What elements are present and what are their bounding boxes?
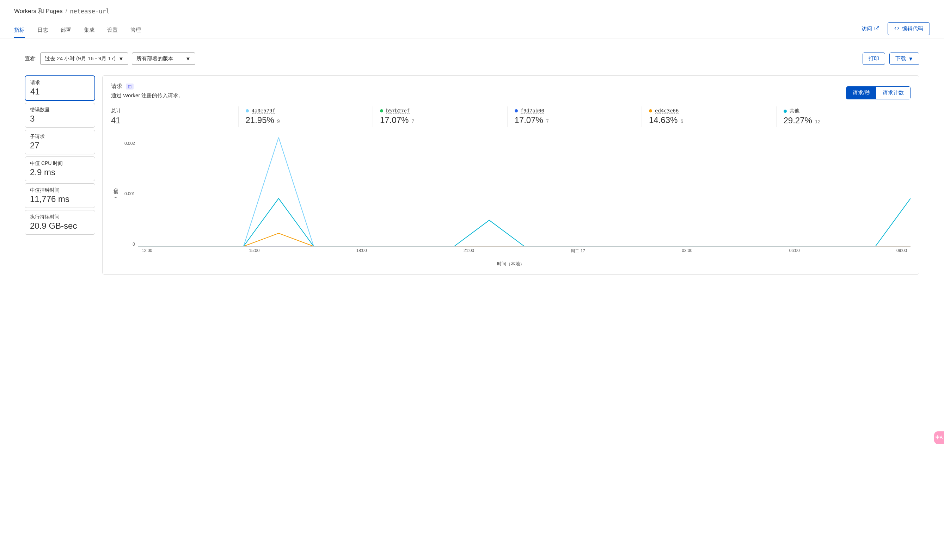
filter-label: 查看:	[25, 55, 37, 62]
metric-card-subrequests[interactable]: 子请求 27	[25, 130, 95, 154]
y-tick: 0	[122, 242, 135, 247]
stat-total: 总计 41	[111, 106, 239, 127]
external-link-icon	[874, 26, 879, 32]
breadcrumb-parent[interactable]: Workers 和 Pages	[14, 7, 63, 15]
metric-value: 3	[30, 114, 90, 124]
x-tick: 15:00	[249, 248, 259, 254]
sidebar-metrics: 请求 41 错误数量 3 子请求 27 中值 CPU 时间 2.9 ms 中值挂…	[25, 75, 95, 275]
metric-value: 2.9 ms	[30, 168, 90, 177]
series-pct: 17.07%	[380, 115, 408, 125]
series-dot-icon	[649, 109, 652, 112]
x-tick: 12:00	[142, 248, 152, 254]
series-count: 7	[546, 118, 549, 124]
tab-metrics[interactable]: 指标	[14, 23, 25, 38]
metric-label: 子请求	[30, 134, 90, 140]
chart-area: 请求/秒 0.002 0.001 0 12:00 15:00 18:00 21:…	[111, 137, 910, 257]
series-name[interactable]: 4a0e579f	[252, 108, 275, 114]
chart-toggle: 请求/秒 请求计数	[846, 86, 910, 99]
time-range-value: 过去 24 小时 (9月 16 - 9月 17)	[45, 55, 115, 62]
chevron-down-icon: ▼	[908, 56, 913, 62]
series-name[interactable]: f9d7ab00	[521, 108, 544, 114]
y-tick: 0.002	[122, 141, 135, 146]
y-axis-label: 请求/秒	[111, 137, 120, 257]
chart-svg	[138, 137, 910, 246]
edit-code-label: 编辑代码	[902, 25, 923, 32]
print-button[interactable]: 打印	[862, 52, 885, 65]
stat-value: 41	[111, 115, 231, 125]
stat-series-3: ed4c3e66 14.63% 6	[642, 106, 776, 127]
version-dropdown[interactable]: 所有部署的版本 ▼	[132, 52, 195, 65]
breadcrumb-current: netease-url	[70, 8, 109, 15]
print-label: 打印	[869, 55, 879, 62]
metric-label: 请求	[30, 80, 89, 86]
series-count: 12	[815, 119, 821, 125]
stat-series-1: b57b27ef 17.07% 7	[373, 106, 508, 127]
stat-series-0: 4a0e579f 21.95% 9	[239, 106, 373, 127]
x-ticks: 12:00 15:00 18:00 21:00 周二 17 03:00 06:0…	[138, 248, 910, 254]
x-tick: 21:00	[464, 248, 474, 254]
series-dot-icon	[515, 109, 518, 112]
chevron-down-icon: ▼	[185, 56, 191, 62]
tab-manage[interactable]: 管理	[131, 23, 141, 38]
plot-area[interactable]: 12:00 15:00 18:00 21:00 周二 17 03:00 06:0…	[138, 137, 910, 247]
x-tick: 周二 17	[571, 248, 585, 254]
chart-title: 请求	[111, 83, 122, 90]
metric-value: 11,776 ms	[30, 194, 90, 204]
metric-card-wall-time[interactable]: 中值挂钟时间 11,776 ms	[25, 183, 95, 208]
series-pct: 29.27%	[784, 115, 812, 125]
tab-deploy[interactable]: 部署	[61, 23, 71, 38]
series-dot-icon	[380, 109, 383, 112]
metric-card-requests[interactable]: 请求 41	[25, 75, 95, 101]
metric-card-errors[interactable]: 错误数量 3	[25, 103, 95, 128]
breadcrumb-separator: /	[66, 8, 67, 15]
tabs: 指标 日志 部署 集成 设置 管理	[14, 23, 141, 38]
series-pct: 21.95%	[246, 115, 274, 125]
series-pct: 14.63%	[649, 115, 678, 125]
visit-label: 访问	[861, 25, 872, 32]
series-name: 其他	[790, 108, 799, 114]
series-count: 9	[277, 118, 280, 124]
y-ticks: 0.002 0.001 0	[120, 137, 138, 257]
chart-description: 通过 Worker 注册的传入请求。	[111, 92, 184, 99]
edit-code-button[interactable]: 编辑代码	[888, 22, 930, 35]
series-pct: 17.07%	[515, 115, 543, 125]
version-value: 所有部署的版本	[136, 55, 173, 62]
download-button[interactable]: 下载 ▼	[889, 52, 919, 65]
stat-series-other: 其他 29.27% 12	[776, 106, 911, 127]
stat-series-2: f9d7ab00 17.07% 7	[508, 106, 642, 127]
series-count: 7	[411, 118, 414, 124]
breadcrumb: Workers 和 Pages / netease-url	[14, 7, 930, 15]
metric-card-cpu-time[interactable]: 中值 CPU 时间 2.9 ms	[25, 157, 95, 181]
metric-card-duration[interactable]: 执行持续时间 20.9 GB-sec	[25, 210, 95, 235]
series-name[interactable]: ed4c3e66	[655, 108, 679, 114]
tab-logs[interactable]: 日志	[37, 23, 48, 38]
x-tick: 18:00	[356, 248, 367, 254]
chart-panel: 请求 ◫ 通过 Worker 注册的传入请求。 请求/秒 请求计数 总计 41	[102, 75, 919, 275]
code-icon	[894, 26, 899, 32]
stats-row: 总计 41 4a0e579f 21.95% 9 b	[111, 106, 910, 127]
y-tick: 0.001	[122, 191, 135, 196]
metric-label: 中值 CPU 时间	[30, 160, 90, 167]
metric-label: 错误数量	[30, 107, 90, 113]
series-name[interactable]: b57b27ef	[386, 108, 410, 114]
metric-value: 27	[30, 141, 90, 151]
visit-link[interactable]: 访问	[861, 25, 879, 32]
tab-integrations[interactable]: 集成	[84, 23, 94, 38]
metric-label: 执行持续时间	[30, 214, 90, 220]
download-label: 下载	[895, 55, 906, 62]
series-dot-icon	[784, 109, 787, 113]
time-range-dropdown[interactable]: 过去 24 小时 (9月 16 - 9月 17) ▼	[40, 52, 128, 65]
metric-value: 41	[30, 87, 89, 97]
toggle-per-second[interactable]: 请求/秒	[846, 87, 876, 99]
stat-label: 总计	[111, 108, 121, 114]
x-tick: 09:00	[896, 248, 907, 254]
toggle-count[interactable]: 请求计数	[876, 87, 910, 99]
chevron-down-icon: ▼	[119, 56, 124, 62]
metric-value: 20.9 GB-sec	[30, 221, 90, 231]
series-count: 6	[680, 118, 683, 124]
metric-label: 中值挂钟时间	[30, 187, 90, 194]
x-tick: 06:00	[789, 248, 800, 254]
chart-type-icon: ◫	[126, 83, 134, 89]
tab-settings[interactable]: 设置	[107, 23, 118, 38]
x-axis-label: 时间（本地）	[111, 261, 910, 267]
